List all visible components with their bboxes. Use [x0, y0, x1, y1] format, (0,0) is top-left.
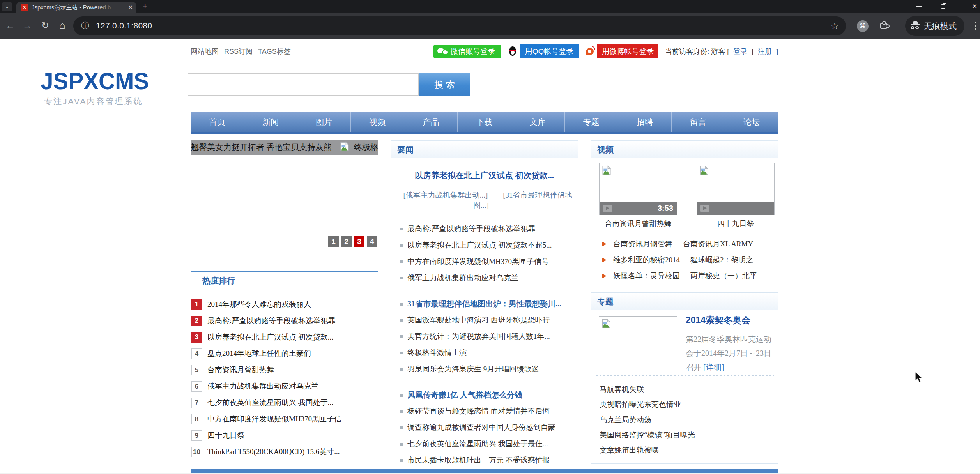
news-sublink-2[interactable]: [31省市最理想伴侣地图...]: [473, 191, 572, 209]
video-thumbnail[interactable]: 3:53: [599, 163, 677, 215]
reload-icon[interactable]: ↻: [37, 13, 53, 39]
news-item[interactable]: 美官方统计：为避税放弃美国国籍人数1年...: [400, 328, 572, 345]
video-link[interactable]: 台南资讯月钢管舞: [613, 239, 672, 249]
nav-item-guestbook[interactable]: 留言: [671, 112, 725, 132]
extensions-puzzle-icon[interactable]: [880, 23, 887, 29]
news-item[interactable]: 调查称逾九成被调查者对中国人身份感到自豪: [400, 419, 572, 436]
rank-label[interactable]: 四十九日祭: [207, 430, 244, 440]
nav-item-library[interactable]: 文库: [511, 112, 564, 132]
carousel[interactable]: 翘臀美女力挺开拓者 香艳宝贝支持灰熊 终极格斗激 1 2 3 4: [191, 140, 378, 246]
news-group-headline[interactable]: 凤凰传奇赚1亿 人气搭档怎么分钱: [400, 387, 572, 403]
back-icon[interactable]: ←: [2, 13, 18, 39]
search-button[interactable]: 搜 索: [419, 73, 470, 96]
topic-image[interactable]: [599, 316, 677, 368]
nav-item-forum[interactable]: 论坛: [725, 112, 778, 132]
url-text[interactable]: 127.0.0.1:8080: [96, 16, 152, 35]
news-item[interactable]: 俄军主力战机集群出动应对乌克兰: [400, 270, 572, 286]
wechat-login-button[interactable]: 微信账号登录: [433, 45, 501, 58]
rank-label[interactable]: ThinkPad T550(20CKA00QCD) 15.6英寸...: [207, 447, 340, 457]
new-tab-button[interactable]: +: [143, 0, 147, 13]
news-item[interactable]: 终极格斗激情上演: [400, 345, 572, 361]
window-minimize-button[interactable]: [913, 0, 925, 13]
rank-label[interactable]: 七夕前夜英仙座流星雨助兴 我国处于...: [207, 398, 333, 408]
nav-item-products[interactable]: 产品: [404, 112, 457, 132]
rank-row[interactable]: 2最高检:严查以贿赂等手段破坏选举犯罪: [191, 313, 378, 329]
news-item[interactable]: 中方在南印度洋发现疑似MH370黑匣子信号: [400, 253, 572, 270]
hot-rank-tab[interactable]: 热度排行: [191, 272, 281, 289]
rank-label[interactable]: 以房养老拟在北上广汉试点 初次贷款...: [207, 332, 333, 342]
pager-3-active[interactable]: 3: [354, 236, 364, 247]
topic-feature-title[interactable]: 2014索契冬奥会: [686, 314, 773, 326]
news-item[interactable]: 最高检:严查以贿赂等手段破坏选举犯罪: [400, 221, 572, 237]
rss-link[interactable]: RSS订阅: [224, 48, 253, 55]
rank-row[interactable]: 6俄军主力战机集群出动应对乌克兰: [191, 378, 378, 394]
rank-row[interactable]: 8中方在南印度洋发现疑似MH370黑匣子信: [191, 411, 378, 427]
news-sublink-1[interactable]: [俄军主力战机集群出动...]: [403, 191, 488, 199]
sitemap-link[interactable]: 网站地图: [191, 48, 219, 55]
pager-1[interactable]: 1: [328, 236, 339, 247]
window-close-button[interactable]: ✕: [968, 0, 980, 13]
topic-link[interactable]: 央视暗拍曝光东莞色情业: [600, 397, 774, 412]
qq-login-button[interactable]: 用QQ帐号登录: [506, 44, 579, 58]
news-item[interactable]: 七夕前夜英仙座流星雨助兴 我国处于最佳...: [400, 436, 572, 452]
topic-link[interactable]: 乌克兰局势动荡: [600, 412, 774, 427]
window-restore-button[interactable]: [940, 0, 953, 13]
pager-2[interactable]: 2: [341, 236, 352, 247]
rank-row[interactable]: 3以房养老拟在北上广汉试点 初次贷款...: [191, 329, 378, 345]
tab-search-button[interactable]: ⌄: [2, 2, 12, 11]
rank-row[interactable]: 5台南资讯月曾甜热舞: [191, 362, 378, 378]
site-logo[interactable]: JSPXCMS: [41, 67, 149, 95]
rank-label[interactable]: 台南资讯月曾甜热舞: [207, 365, 274, 375]
forward-icon[interactable]: →: [19, 13, 35, 39]
home-icon[interactable]: ⌂: [55, 13, 70, 39]
search-input[interactable]: [188, 73, 419, 96]
nav-item-video[interactable]: 视频: [350, 112, 404, 132]
video-thumbnail[interactable]: [697, 163, 775, 215]
weibo-login-button[interactable]: 用微博帐号登录: [583, 44, 658, 58]
rank-row[interactable]: 7七夕前夜英仙座流星雨助兴 我国处于...: [191, 394, 378, 411]
news-group-headline[interactable]: 31省市最理想伴侣地图出炉：男性最想娶川...: [400, 295, 572, 312]
site-info-icon[interactable]: ⓘ: [81, 16, 89, 35]
rank-label[interactable]: 最高检:严查以贿赂等手段破坏选举犯罪: [207, 316, 335, 326]
nav-item-topics[interactable]: 专题: [564, 112, 618, 132]
news-item[interactable]: 以房养老拟在北上广汉试点 初次贷款不超5...: [400, 237, 572, 253]
topic-link[interactable]: 美国网络监控“棱镜”项目曝光: [600, 427, 774, 442]
video-caption[interactable]: 四十九日祭: [697, 219, 775, 229]
news-item[interactable]: 市民未插卡取款机吐出一万元 不受诱惑忙报: [400, 452, 572, 469]
topic-more-link[interactable]: [详细]: [703, 363, 724, 371]
bookmark-star-icon[interactable]: ☆: [830, 16, 839, 35]
browser-tab[interactable]: X Jspxcms演示主站 - Powered b ✕: [16, 2, 136, 13]
nav-item-jobs[interactable]: 招聘: [618, 112, 671, 132]
video-link[interactable]: 台南资讯月XL ARMY: [683, 239, 753, 249]
carousel-alt-bar[interactable]: 翘臀美女力挺开拓者 香艳宝贝支持灰熊 终极格斗激: [191, 140, 378, 155]
tags-link[interactable]: TAGS标签: [258, 48, 291, 55]
topic-link[interactable]: 文章姚笛出轨被曝: [600, 442, 774, 458]
video-link[interactable]: 维多利亚的秘密2014: [613, 255, 680, 265]
rank-label[interactable]: 俄军主力战机集群出动应对乌克兰: [207, 381, 318, 391]
address-bar[interactable]: ⓘ 127.0.0.1:8080 ☆: [73, 16, 846, 35]
nav-item-news[interactable]: 新闻: [244, 112, 297, 132]
news-item[interactable]: 杨钰莹再谈与赖文峰恋情 面对爱情并不后悔: [400, 403, 572, 419]
topic-link[interactable]: 马航客机失联: [600, 382, 774, 397]
register-link[interactable]: 注册: [758, 48, 772, 55]
login-link[interactable]: 登录: [733, 48, 747, 55]
rank-label[interactable]: 2014年那些令人难忘的戎装丽人: [207, 299, 311, 310]
rank-row[interactable]: 9四十九日祭: [191, 427, 378, 444]
rank-row[interactable]: 10ThinkPad T550(20CKA00QCD) 15.6英寸...: [191, 444, 378, 460]
video-link[interactable]: 猩球崛起2：黎明之: [690, 255, 754, 265]
video-link[interactable]: 妖怪名单：灵异校园: [613, 271, 680, 281]
news-item[interactable]: 羽泉同乐会为海泉庆生 9月开唱回馈歌迷: [400, 361, 572, 377]
nav-item-pictures[interactable]: 图片: [297, 112, 350, 132]
video-caption[interactable]: 台南资讯月曾甜热舞: [599, 219, 677, 229]
pager-4[interactable]: 4: [367, 236, 377, 247]
video-link[interactable]: 两岸秘史（一）北平: [690, 271, 757, 281]
rank-label[interactable]: 盘点2014年地球上任性的土豪们: [207, 348, 311, 359]
tab-close-icon[interactable]: ✕: [128, 2, 133, 13]
extension-icon[interactable]: ⌘: [857, 20, 869, 32]
news-item[interactable]: 英国派军舰赴地中海演习 西班牙称是恐吓行: [400, 312, 572, 328]
news-headline[interactable]: 以房养老拟在北上广汉试点 初次贷款...: [391, 170, 578, 181]
browser-menu-icon[interactable]: ⋮: [971, 13, 980, 39]
rank-row[interactable]: 12014年那些令人难忘的戎装丽人: [191, 296, 378, 313]
nav-item-downloads[interactable]: 下载: [457, 112, 511, 132]
nav-item-home[interactable]: 首页: [191, 112, 244, 132]
